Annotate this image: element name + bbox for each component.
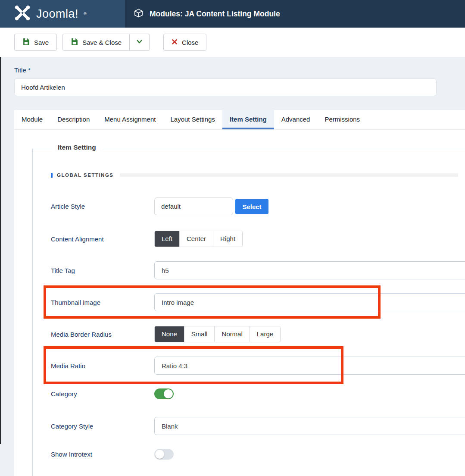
content-alignment-center[interactable]: Center xyxy=(180,231,213,247)
title-tag-select[interactable]: h5 xyxy=(154,261,465,279)
save-options-dropdown-button[interactable] xyxy=(130,34,150,51)
top-header: Joomla!® Modules: JA Content Listing Mod… xyxy=(0,0,465,28)
cube-icon xyxy=(134,8,144,20)
content-alignment-group: Left Center Right xyxy=(154,231,243,247)
fieldset-legend: Item Setting xyxy=(52,144,102,151)
toggle-knob xyxy=(164,389,173,398)
brand-registered-mark: ® xyxy=(84,12,87,16)
title-field-label: Title * xyxy=(14,66,31,74)
section-divider-bar xyxy=(120,173,458,177)
close-button[interactable]: Close xyxy=(163,34,206,51)
show-introtext-label: Show Introtext xyxy=(51,449,148,460)
left-edge-scrollbar[interactable] xyxy=(0,57,1,444)
media-border-radius-normal[interactable]: Normal xyxy=(215,326,250,342)
category-label: Category xyxy=(51,388,148,399)
media-ratio-label: Media Ratio xyxy=(51,357,148,375)
chevron-down-icon xyxy=(136,38,143,47)
tab-item-setting[interactable]: Item Setting xyxy=(222,110,274,129)
tab-permissions[interactable]: Permissions xyxy=(317,110,367,129)
thumbnail-image-label: Thumbnail image xyxy=(51,293,148,311)
article-style-label: Article Style xyxy=(51,197,148,215)
tab-module[interactable]: Module xyxy=(14,110,50,129)
content-alignment-label: Content Alignment xyxy=(51,231,148,247)
global-settings-section-header: GLOBAL SETTINGS xyxy=(51,172,458,178)
thumbnail-image-select[interactable]: Intro image xyxy=(154,293,465,311)
save-close-split-button: Save & Close xyxy=(62,34,150,51)
toolbar: Save Save & Close xyxy=(0,28,465,57)
tab-menu-assignment[interactable]: Menu Assignment xyxy=(97,110,163,129)
tab-description[interactable]: Description xyxy=(50,110,97,129)
save-close-button-label: Save & Close xyxy=(82,39,122,46)
save-button-label: Save xyxy=(34,39,49,46)
tab-layout-settings[interactable]: Layout Settings xyxy=(163,110,222,129)
tab-bar: Module Description Menu Assignment Layou… xyxy=(14,110,465,130)
media-border-radius-large[interactable]: Large xyxy=(250,326,280,342)
title-bar: Modules: JA Content Listing Module xyxy=(125,0,465,28)
category-toggle[interactable] xyxy=(154,388,174,399)
article-style-select-button[interactable]: Select xyxy=(235,199,268,214)
save-button[interactable]: Save xyxy=(14,34,57,51)
x-mark-icon xyxy=(172,39,178,46)
toggle-knob xyxy=(155,450,164,459)
floppy-disk-icon xyxy=(71,38,78,47)
close-button-label: Close xyxy=(182,39,198,46)
title-input[interactable] xyxy=(14,78,437,96)
media-border-radius-group: None Small Normal Large xyxy=(154,326,281,342)
joomla-brand[interactable]: Joomla!® xyxy=(0,0,125,28)
media-border-radius-small[interactable]: Small xyxy=(184,326,215,342)
category-style-label: Category Style xyxy=(51,417,148,435)
floppy-disk-icon xyxy=(22,38,30,47)
page: Joomla!® Modules: JA Content Listing Mod… xyxy=(0,0,465,476)
joomla-logo-icon xyxy=(14,4,31,23)
tab-advanced[interactable]: Advanced xyxy=(274,110,318,129)
media-ratio-select[interactable]: Ratio 4:3 xyxy=(154,357,465,375)
section-title: GLOBAL SETTINGS xyxy=(57,172,114,178)
content-alignment-left[interactable]: Left xyxy=(155,231,180,247)
save-close-button[interactable]: Save & Close xyxy=(62,34,130,51)
page-title: Modules: JA Content Listing Module xyxy=(150,9,280,19)
section-marker xyxy=(51,173,53,178)
brand-wordmark: Joomla! xyxy=(36,7,78,21)
category-style-select[interactable]: Blank xyxy=(154,417,465,435)
media-border-radius-none[interactable]: None xyxy=(155,326,184,342)
media-border-radius-label: Media Border Radius xyxy=(51,326,148,342)
content-alignment-right[interactable]: Right xyxy=(213,231,242,247)
show-introtext-toggle[interactable] xyxy=(154,449,174,460)
article-style-input[interactable] xyxy=(154,197,233,215)
title-tag-label: Title Tag xyxy=(51,261,148,279)
